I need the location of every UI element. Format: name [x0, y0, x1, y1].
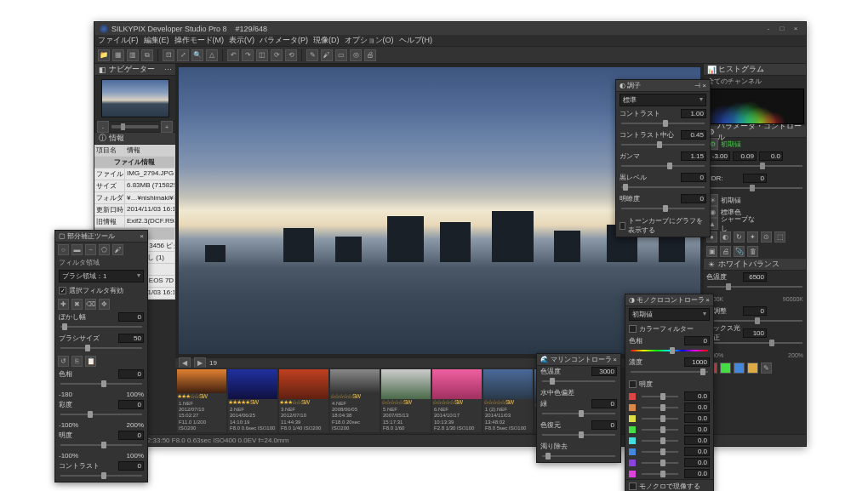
copy-icon[interactable]: ⎘ [71, 356, 83, 367]
contrast-center-slider[interactable] [621, 141, 705, 148]
circle-tool-icon[interactable]: ○ [58, 244, 69, 255]
marine-green-slider[interactable] [542, 410, 615, 417]
print2-icon[interactable]: 🖨 [720, 246, 731, 257]
menu-option[interactable]: オプション(O) [345, 35, 394, 46]
tone-preset[interactable]: 標準 [620, 94, 706, 106]
thumb-card[interactable]: ★★★★★ SW2.NEF2014/06/25 14:10:19F8.0 0.6… [228, 369, 277, 432]
tool-spot-icon[interactable]: ◎ [350, 49, 362, 61]
sub-brush-icon[interactable]: ✖ [71, 299, 83, 310]
reset-icon[interactable]: ↺ [58, 356, 69, 367]
thumb-card[interactable]: ☆☆☆☆☆ SW4.NEF2008/06/05 18:04:38F18.0 20… [330, 369, 380, 432]
menu-file[interactable]: ファイル(F) [98, 35, 139, 46]
tool-expand-icon[interactable]: ⤢ [177, 49, 189, 61]
thumb-card[interactable]: ☆☆☆☆☆ SW5.NEF2007/05/13 15:17:31F8.0 1/6… [381, 369, 431, 432]
p-hue-slider[interactable] [60, 380, 142, 387]
close-button[interactable]: × [791, 25, 801, 33]
tone-curve-checkbox[interactable] [620, 222, 625, 230]
wb-dropper-icon[interactable]: ✎ [761, 363, 772, 374]
dev-icon[interactable]: ▣ [706, 246, 717, 257]
ct-slider[interactable] [707, 283, 802, 291]
menu-edit[interactable]: 編集(E) [144, 35, 169, 46]
close-icon[interactable]: × [702, 82, 706, 89]
contrast-slider[interactable] [621, 120, 705, 127]
thumb-card[interactable]: ☆☆☆☆☆ SW6.NEF2014/10/17 10:13:39F2.8 1/3… [432, 369, 482, 432]
thumb-card[interactable]: ★★★☆☆ SW3.NEF2012/07/10 11:44:39F8.0 1/4… [279, 369, 328, 432]
tool-dropper-icon[interactable]: ✎ [306, 49, 318, 61]
marine-temp-slider[interactable] [542, 378, 615, 385]
thumb-card[interactable]: ☆☆☆☆☆ SW1 (2).NEF2014/11/03 13:48:02F8.0… [483, 369, 533, 432]
channel-label[interactable]: 全てのチャンネル [704, 76, 806, 87]
lens-icon[interactable]: ◐ [720, 231, 731, 243]
mix-slider[interactable] [707, 339, 802, 347]
zoom-out-icon[interactable]: - [97, 121, 109, 133]
zoom-in-icon[interactable]: + [161, 121, 173, 133]
swatch-green[interactable] [720, 363, 731, 374]
tool-brush-icon[interactable]: 🖌 [321, 49, 333, 61]
tool-warning-icon[interactable]: △ [206, 49, 218, 61]
tool-fit-icon[interactable]: ⊡ [163, 49, 174, 61]
tool-compare-icon[interactable]: ▥ [127, 49, 139, 61]
effect-icon[interactable]: ✦ [747, 231, 758, 243]
tool-open-icon[interactable]: 📁 [98, 49, 110, 61]
lightness-checkbox[interactable] [629, 380, 637, 388]
mono-density-slider[interactable] [631, 368, 708, 375]
tool-search-icon[interactable]: 🔍 [191, 49, 203, 61]
menu-view[interactable]: 表示(V) [229, 35, 254, 46]
maximize-button[interactable]: □ [777, 25, 787, 33]
tool-rotate-right-icon[interactable]: ↷ [242, 49, 254, 61]
panel-menu-icon[interactable]: ⋯ [164, 66, 172, 74]
add-brush-icon[interactable]: ✚ [58, 299, 69, 310]
mono-develop-checkbox[interactable] [629, 482, 637, 490]
exposure-val3[interactable]: 0.0 [759, 151, 783, 161]
gamma-slider[interactable] [621, 163, 705, 169]
clip-icon[interactable]: 📎 [734, 246, 745, 257]
pin-icon[interactable]: ⊣ [694, 82, 700, 89]
tool-batch-icon[interactable]: ⟲ [285, 49, 297, 61]
thumb-card[interactable]: ★★★☆☆ SW1.NEF2012/07/10 15:02:27F11.0 1/… [177, 369, 226, 432]
brush-tool-icon[interactable]: 🖌 [112, 244, 123, 255]
blur-slider[interactable] [60, 323, 142, 330]
close-icon[interactable]: × [140, 232, 144, 240]
swatch-yellow[interactable] [747, 363, 758, 374]
p-sat-slider[interactable] [60, 411, 142, 418]
erase-icon[interactable]: ⌫ [85, 299, 96, 310]
mono-preset[interactable]: 初期値 [629, 308, 710, 321]
navigator-thumbnail[interactable] [101, 79, 169, 117]
marine-haze-slider[interactable] [542, 453, 615, 460]
paste-icon[interactable]: 📋 [85, 356, 96, 367]
grad-tool-icon[interactable]: ▬ [71, 244, 83, 255]
black-slider[interactable] [621, 184, 705, 191]
close-icon[interactable]: × [705, 296, 710, 304]
spot-icon[interactable]: ⊙ [761, 231, 772, 243]
menu-param[interactable]: パラメータ(P) [260, 35, 308, 46]
curve-tool-icon[interactable]: ~ [85, 244, 96, 255]
menu-develop[interactable]: 現像(D) [313, 35, 340, 46]
filter-enabled-checkbox[interactable] [59, 287, 66, 294]
move-icon[interactable]: ✥ [99, 299, 110, 310]
brush-area-select[interactable]: ブラシ領域：1 [59, 270, 144, 283]
tool-process-icon[interactable]: ⟳ [271, 49, 283, 61]
partial-icon[interactable]: ⬚ [774, 231, 785, 243]
p-bri-slider[interactable] [60, 442, 142, 448]
poly-tool-icon[interactable]: ⬠ [99, 244, 110, 255]
mono-hue-slider[interactable] [631, 347, 708, 354]
minimize-button[interactable]: - [763, 25, 774, 33]
tool-combination-icon[interactable]: ⧉ [141, 49, 153, 61]
trash-icon[interactable]: 🗑 [747, 246, 758, 257]
marine-restore-slider[interactable] [542, 431, 615, 438]
tool-crop-icon[interactable]: ◫ [256, 49, 268, 61]
brush-size-slider[interactable] [60, 345, 142, 351]
clarity-slider[interactable] [621, 205, 705, 212]
tool-thumbnails-icon[interactable]: ▦ [112, 49, 124, 61]
fine-slider[interactable] [707, 317, 802, 325]
exposure-val2[interactable]: 0.09 [733, 151, 757, 161]
swatch-blue[interactable] [734, 363, 745, 374]
close-icon[interactable]: × [613, 356, 617, 363]
p-con-slider[interactable] [60, 472, 142, 479]
rotate-icon[interactable]: ↻ [734, 231, 745, 243]
menu-mode[interactable]: 操作モード(M) [174, 35, 225, 46]
tool-print-icon[interactable]: 🖨 [364, 49, 376, 61]
tool-rect-icon[interactable]: ▭ [335, 49, 347, 61]
menu-help[interactable]: ヘルプ(H) [399, 35, 433, 46]
color-filter-checkbox[interactable] [629, 325, 637, 333]
